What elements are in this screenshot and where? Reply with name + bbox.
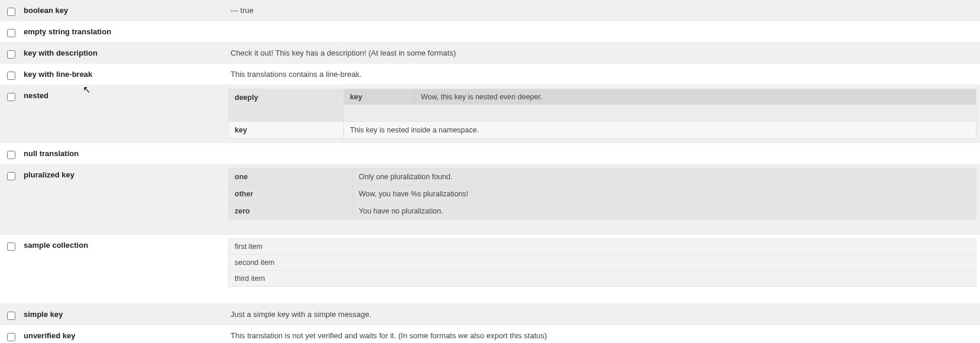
- table-row: unverified key This translation is not y…: [0, 325, 980, 343]
- value-cell: Just a simple key with a simple message.: [225, 304, 980, 325]
- collection-list: first item second item third item: [228, 238, 976, 287]
- nested-value: This key is nested inside a namespace.: [344, 122, 976, 138]
- table-row: null translation: [0, 143, 980, 164]
- nested-key: key: [344, 89, 415, 105]
- nested-key: deeply: [229, 89, 344, 121]
- row-checkbox[interactable]: [7, 50, 15, 59]
- nested-table: deeply key Wow, this key is nested even …: [228, 89, 976, 139]
- value-cell: deeply key Wow, this key is nested even …: [225, 85, 980, 143]
- plural-value: You have no pluralization.: [353, 203, 976, 219]
- key-cell: unverified key: [21, 325, 225, 343]
- value-cell: [225, 21, 980, 42]
- plural-row: other Wow, you have %s pluralizations!: [229, 186, 976, 203]
- table-row: boolean key --- true: [0, 0, 980, 21]
- value-cell: Check it out! This key has a description…: [225, 43, 980, 63]
- spacer: [228, 287, 976, 300]
- value-cell: [225, 143, 980, 164]
- nested-row: key Wow, this key is nested even deeper.: [344, 89, 976, 105]
- value-cell: This translations contains a line-break.: [225, 64, 980, 85]
- list-item: second item: [228, 254, 976, 270]
- nested-value: Wow, this key is nested even deeper.: [415, 89, 976, 105]
- plural-key: zero: [229, 203, 353, 219]
- nested-row: key This key is nested inside a namespac…: [229, 122, 976, 138]
- row-checkbox[interactable]: [7, 29, 15, 37]
- key-cell: nested: [21, 85, 225, 143]
- key-cell: null translation: [21, 143, 225, 164]
- key-cell: key with description: [21, 43, 225, 63]
- spacer: [228, 220, 976, 231]
- plural-value: Wow, you have %s pluralizations!: [353, 186, 976, 202]
- list-item: first item: [228, 238, 976, 254]
- row-checkbox[interactable]: [7, 172, 15, 180]
- key-cell: empty string translation: [21, 21, 225, 42]
- row-checkbox[interactable]: [7, 312, 15, 320]
- key-cell: boolean key: [21, 0, 225, 21]
- plural-value: Only one pluralization found.: [353, 169, 976, 185]
- table-row: sample collection first item second item…: [0, 235, 980, 304]
- list-item: third item: [228, 270, 976, 287]
- nested-key: key: [229, 122, 344, 138]
- value-cell: one Only one pluralization found. other …: [225, 164, 980, 234]
- row-checkbox[interactable]: [7, 333, 15, 341]
- key-cell: sample collection: [21, 235, 225, 303]
- table-row: simple key Just a simple key with a simp…: [0, 304, 980, 325]
- nested-row: deeply key Wow, this key is nested even …: [229, 89, 976, 122]
- plural-row: one Only one pluralization found.: [229, 169, 976, 186]
- row-checkbox[interactable]: [7, 72, 15, 80]
- row-checkbox[interactable]: [7, 151, 15, 159]
- plural-row: zero You have no pluralization.: [229, 203, 976, 219]
- nested-value: key Wow, this key is nested even deeper.: [344, 89, 976, 121]
- key-cell: key with line-break: [21, 64, 225, 85]
- plural-table: one Only one pluralization found. other …: [228, 168, 976, 220]
- table-row: nested deeply key Wow, this key is neste…: [0, 85, 980, 143]
- spacer: [344, 105, 976, 121]
- translations-table: boolean key --- true empty string transl…: [0, 0, 980, 343]
- plural-key: one: [229, 169, 353, 185]
- key-cell: simple key: [21, 304, 225, 325]
- table-row: pluralized key one Only one pluralizatio…: [0, 164, 980, 235]
- row-checkbox[interactable]: [7, 93, 15, 101]
- value-cell: --- true: [225, 0, 980, 21]
- value-cell: This translation is not yet verified and…: [225, 325, 980, 343]
- value-cell: first item second item third item: [225, 235, 980, 303]
- row-checkbox[interactable]: [7, 242, 15, 251]
- key-cell: pluralized key: [21, 164, 225, 234]
- table-row: key with description Check it out! This …: [0, 43, 980, 64]
- row-checkbox[interactable]: [7, 8, 15, 16]
- table-row: key with line-break This translations co…: [0, 64, 980, 85]
- plural-key: other: [229, 186, 353, 202]
- table-row: empty string translation: [0, 21, 980, 43]
